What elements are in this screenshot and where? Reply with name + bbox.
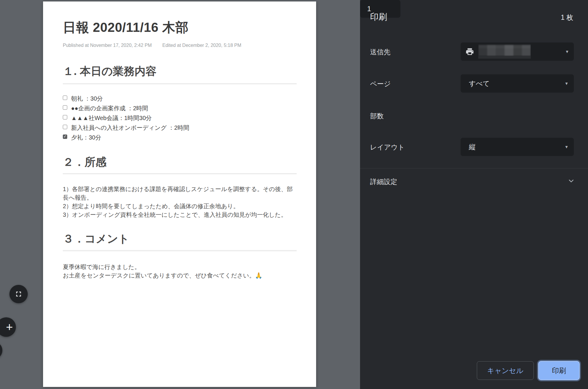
print-settings-panel: 印刷 1 枚 送信先 ▼ ページ すべて ▼ 部数 レイアウト 縦 ▼ 詳細設定 xyxy=(360,0,588,389)
section-divider xyxy=(63,250,297,251)
section-divider xyxy=(63,173,297,174)
print-preview-screen: 日報 2020/11/16 木部 Published at November 1… xyxy=(0,0,588,389)
comment-paragraph: 夏季休暇で海に行きました。 お土産をセンターデスクに置いてありますので、ぜひ食べ… xyxy=(63,263,297,280)
comment-line: 夏季休暇で海に行きました。 xyxy=(63,263,297,271)
task-label: ●●企画の企画案作成 ：2時間 xyxy=(71,104,148,112)
task-item: 朝礼 ：30分 xyxy=(63,95,189,102)
fullscreen-button[interactable] xyxy=(9,285,28,303)
impressions-line: 1）各部署との連携業務における課題を再確認しスケジュールを調整する。その後、部長… xyxy=(63,185,297,202)
task-checklist: 朝礼 ：30分 ●●企画の企画案作成 ：2時間 ▲▲▲社Web会議：1時間30分… xyxy=(63,95,189,143)
layout-value: 縦 xyxy=(469,142,564,152)
task-item: 夕礼：30分 xyxy=(63,134,189,141)
dropdown-arrow-icon: ▼ xyxy=(564,81,569,86)
destination-select[interactable]: ▼ xyxy=(461,42,574,61)
sheet-count: 1 枚 xyxy=(561,13,573,22)
section-divider xyxy=(63,83,297,84)
redacted-printer-name xyxy=(478,44,531,59)
task-label: 新入社員への入社オンボーディング ：2時間 xyxy=(71,124,189,132)
section-heading-tasks: １. 本日の業務内容 xyxy=(63,64,156,79)
dropdown-arrow-icon: ▼ xyxy=(564,145,569,149)
add-button[interactable]: + xyxy=(0,317,16,337)
panel-title: 印刷 xyxy=(370,11,387,23)
section-heading-impressions: ２．所感 xyxy=(63,155,106,170)
document-content: 日報 2020/11/16 木部 Published at November 1… xyxy=(63,1,297,387)
pages-select[interactable]: すべて ▼ xyxy=(461,74,574,93)
task-item: ▲▲▲社Web会議：1時間30分 xyxy=(63,114,189,121)
task-checkbox[interactable] xyxy=(63,96,67,100)
document-preview-page: 日報 2020/11/16 木部 Published at November 1… xyxy=(43,1,316,387)
task-item: ●●企画の企画案作成 ：2時間 xyxy=(63,104,189,111)
task-label: 夕礼：30分 xyxy=(71,134,101,142)
chevron-down-icon[interactable] xyxy=(567,177,575,186)
fullscreen-icon xyxy=(14,290,23,298)
edited-timestamp: Edited at December 2, 2020, 5:18 PM xyxy=(162,43,242,48)
task-item: 新入社員への入社オンボーディング ：2時間 xyxy=(63,124,189,131)
printer-icon xyxy=(465,47,474,56)
cancel-button[interactable]: キャンセル xyxy=(477,361,534,380)
destination-label: 送信先 xyxy=(370,47,390,57)
copies-label: 部数 xyxy=(370,111,384,121)
document-title: 日報 2020/11/16 木部 xyxy=(63,19,188,36)
dropdown-arrow-icon: ▼ xyxy=(565,49,569,54)
panel-divider xyxy=(360,168,588,168)
task-label: 朝礼 ：30分 xyxy=(71,95,103,103)
task-checkbox[interactable] xyxy=(63,125,67,129)
task-label: ▲▲▲社Web会議：1時間30分 xyxy=(71,114,152,122)
pages-label: ページ xyxy=(370,79,391,88)
plus-icon: + xyxy=(6,321,13,334)
pages-value: すべて xyxy=(469,79,564,88)
layout-select[interactable]: 縦 ▼ xyxy=(461,138,574,156)
document-meta: Published at November 17, 2020, 2:42 PME… xyxy=(63,43,252,48)
task-checkbox[interactable] xyxy=(63,134,67,139)
impressions-paragraph: 1）各部署との連携業務における課題を再確認しスケジュールを調整する。その後、部長… xyxy=(63,185,297,219)
impressions-line: 2）想定より時間を要してしまったため、会議体の修正余地あり。 xyxy=(63,202,297,211)
task-checkbox[interactable] xyxy=(63,115,67,119)
published-timestamp: Published at November 17, 2020, 2:42 PM xyxy=(63,43,152,48)
more-settings-toggle[interactable]: 詳細設定 xyxy=(370,177,397,186)
impressions-line: 3）オンボーディング資料を全社統一にしたことで、進入社員の知見が均一化した。 xyxy=(63,211,297,219)
comment-line: お土産をセンターデスクに置いてありますので、ぜひ食べてください。🙏 xyxy=(63,271,297,280)
print-button[interactable]: 印刷 xyxy=(538,361,580,380)
section-heading-comment: ３．コメント xyxy=(63,232,129,246)
task-checkbox[interactable] xyxy=(63,105,67,110)
hidden-action-button[interactable] xyxy=(0,342,2,359)
layout-label: レイアウト xyxy=(370,143,405,152)
